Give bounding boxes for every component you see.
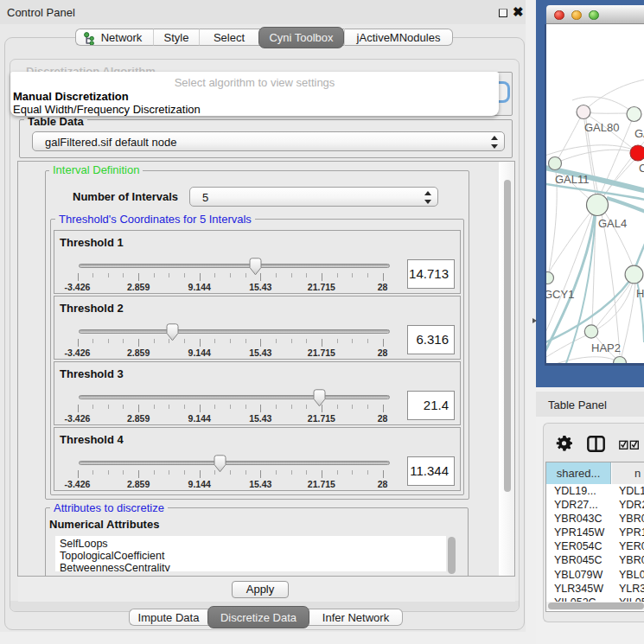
svg-text:GAL4: GAL4 — [598, 217, 627, 230]
svg-text:GAL80: GAL80 — [584, 121, 619, 134]
svg-text:GA: GA — [634, 127, 644, 140]
svg-text:GAL11: GAL11 — [555, 173, 590, 186]
svg-text:C: C — [639, 162, 644, 175]
svg-text:GCY1: GCY1 — [546, 288, 574, 301]
svg-text:H: H — [636, 287, 644, 300]
svg-text:HAP2: HAP2 — [591, 341, 621, 354]
